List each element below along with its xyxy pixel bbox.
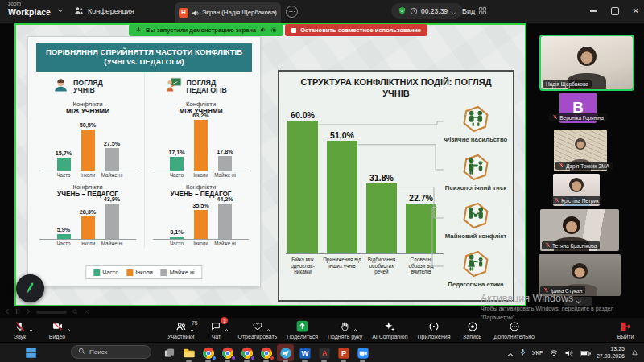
structure-icon-label: Фізичне насильство: [444, 137, 508, 144]
telegram-icon[interactable]: [277, 344, 294, 361]
bar-value-label: 28,3%: [80, 208, 97, 216]
x-axis-labels: ЧастоІнколиМайже ні: [153, 241, 249, 248]
explorer-icon[interactable]: [180, 344, 197, 361]
bar: [57, 158, 71, 171]
prev-slide-icon[interactable]: [5, 308, 10, 316]
brand-zoom: zoom: [8, 2, 51, 7]
slideshow-controls[interactable]: [5, 308, 89, 316]
zoom-slide-icon[interactable]: [72, 309, 78, 316]
mini-chart-subtitle: МІЖ УЧНЯМИ: [31, 108, 144, 115]
bar: [194, 210, 208, 239]
meeting-status-pill[interactable]: 00:23:39: [391, 3, 463, 19]
structure-bar: [366, 183, 397, 253]
leave-button[interactable]: Выйти: [613, 320, 638, 339]
participant-name: Тетяна Краснікова: [552, 243, 597, 249]
participant-name-pill: Тетяна Краснікова: [542, 241, 600, 249]
participant-tile[interactable]: Надія Щербакова: [541, 36, 633, 89]
chevron-up-icon[interactable]: [353, 321, 358, 335]
toolbar-label: Поделиться: [287, 334, 318, 339]
record-button[interactable]: Запись: [460, 320, 485, 339]
meeting-main-area: Вы запустили демонстрацию экрана Останов…: [0, 23, 644, 318]
participant-name-pill: Надія Щербакова: [543, 80, 592, 88]
gear-icon[interactable]: [270, 27, 277, 35]
chrome-icon[interactable]: [200, 344, 217, 361]
annotation-button[interactable]: [16, 274, 44, 302]
start-button[interactable]: [24, 346, 38, 360]
audio-button[interactable]: Звук: [8, 320, 32, 339]
video-button[interactable]: Видео: [45, 320, 69, 339]
participant-tile[interactable]: Дар'я Тонких 2МА: [554, 130, 607, 171]
react-button[interactable]: Отреагировать: [237, 320, 277, 339]
word-icon[interactable]: W: [296, 344, 313, 361]
bar-group: 27,5%: [105, 140, 119, 171]
maximize-button[interactable]: [611, 7, 619, 15]
minimize-button[interactable]: [590, 10, 597, 12]
share-button[interactable]: Поделиться: [287, 320, 318, 339]
chevron-up-icon[interactable]: [28, 321, 34, 335]
structure-bar-category: Приниження від інших учнів: [323, 257, 361, 269]
x-axis-labels: ЧастоІнколиМайже ні: [39, 241, 136, 248]
zoom-app-icon[interactable]: [354, 344, 371, 361]
battery-icon[interactable]: [580, 346, 591, 360]
participant-head: [563, 216, 580, 234]
participant-tile[interactable]: Крістіна Петрик: [553, 174, 600, 206]
chrome-icon[interactable]: [219, 344, 236, 361]
language-indicator[interactable]: УКР: [532, 349, 543, 356]
more-button[interactable]: Дополнительно: [494, 320, 535, 339]
chevron-up-icon[interactable]: [266, 321, 271, 335]
next-slide-icon[interactable]: [26, 308, 31, 316]
raise-hand-button[interactable]: Поднять руку: [328, 320, 362, 339]
clock[interactable]: 13:25 27.03.2026: [597, 346, 625, 360]
panel-students: ПОГЛЯД УЧНІВКонфліктиМІЖ УЧНЯМИ15,7%50,5…: [31, 73, 144, 248]
bar-group: 63,2%: [194, 112, 208, 171]
exit-slideshow-icon[interactable]: [84, 309, 89, 316]
structure-plot: 60.0%Бійка між одноклас- никами51.0%Прин…: [286, 110, 444, 254]
pause-icon[interactable]: [15, 308, 20, 316]
ai-companion-button[interactable]: AI Companion: [372, 320, 407, 339]
participant-tile[interactable]: Тетяна Краснікова: [540, 209, 619, 251]
stop-share-button[interactable]: Остановить совместное использование: [285, 24, 427, 36]
wifi-icon[interactable]: [549, 346, 559, 360]
share-banner: Вы запустили демонстрацию экрана Останов…: [129, 24, 427, 36]
tab-screen-share[interactable]: Н Экран (Надія Щербакова): [175, 2, 281, 23]
x-axis-label: Майже ні: [218, 241, 232, 248]
tab-conference[interactable]: Конференция: [74, 0, 134, 23]
chrome-icon[interactable]: [258, 344, 275, 361]
bar-value-label: 5,9%: [57, 226, 71, 233]
participants-button[interactable]: 75Участники: [167, 320, 194, 339]
x-axis-label: Інколи: [194, 172, 208, 179]
mini-chart-subtitle: УЧЕНЬ – ПЕДАГОГ: [31, 191, 144, 198]
chrome-icon[interactable]: [238, 344, 255, 361]
volume-icon[interactable]: [564, 346, 574, 360]
tray-mic-icon[interactable]: [519, 346, 526, 360]
x-axis-label: Інколи: [194, 241, 208, 248]
speaker-icon[interactable]: [260, 27, 266, 35]
structure-bar-value: 60.0%: [283, 110, 322, 120]
bars-area: 15,7%50,5%27,5%: [39, 117, 136, 171]
view-button[interactable]: Вид: [462, 0, 487, 23]
acrobat-icon[interactable]: A: [316, 344, 332, 361]
bar-group: 44,2%: [218, 195, 232, 239]
bar-group: 28,3%: [81, 208, 95, 239]
tab-more-icon[interactable]: ⋯: [286, 6, 298, 18]
panel-header: ПОГЛЯД УЧНІВ: [31, 77, 144, 97]
bar: [81, 216, 95, 239]
bar: [81, 130, 95, 171]
chevron-up-icon[interactable]: [66, 321, 72, 335]
shared-screen: ПОРІВНЯННЯ СПРИЙНЯТТЯ ЧАСТОТИ КОНФЛІКТІВ…: [14, 23, 526, 306]
zoom-workplace-menu[interactable]: zoom Workplace: [8, 2, 64, 16]
apps-button[interactable]: Приложения: [418, 320, 451, 339]
powerpoint-icon[interactable]: P: [335, 344, 352, 361]
bar-group: 35,5%: [194, 202, 208, 239]
search-icon: [78, 348, 85, 356]
chat-button[interactable]: 3Чат: [204, 320, 228, 339]
chevron-up-icon[interactable]: [507, 346, 514, 360]
notification-bell-icon[interactable]: [630, 346, 639, 360]
task-view-icon[interactable]: [161, 344, 178, 361]
search-input[interactable]: Поиск: [71, 345, 151, 359]
property-conflict-icon: [462, 202, 489, 232]
participant-tile[interactable]: BВероніка Горяніна: [559, 93, 597, 123]
participant-tile[interactable]: Ірина Стукан: [539, 254, 621, 296]
legend-item: Часто: [93, 269, 118, 276]
close-button[interactable]: ✕: [633, 7, 639, 15]
